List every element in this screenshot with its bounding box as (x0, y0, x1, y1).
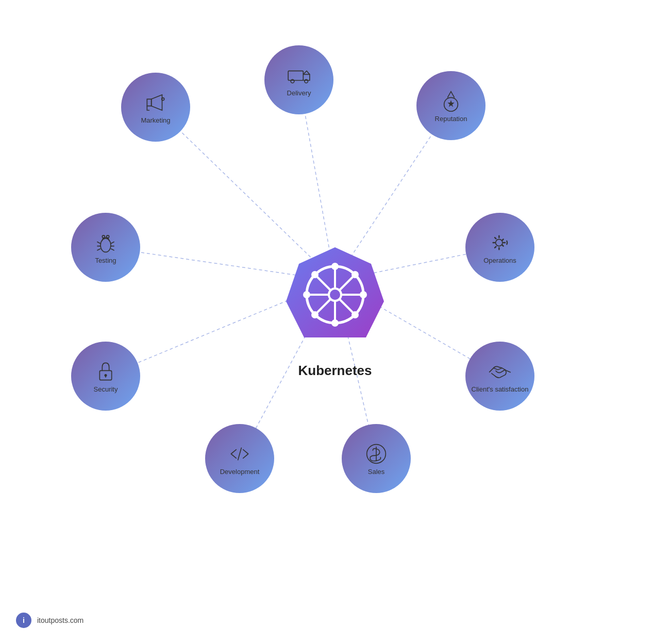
clients-satisfaction-icon (487, 359, 513, 384)
reputation-icon (438, 88, 464, 114)
satellite-security: Security (72, 343, 139, 410)
svg-point-12 (332, 320, 338, 326)
kubernetes-hub: Kubernetes (281, 242, 389, 350)
operations-icon (487, 230, 513, 256)
svg-rect-20 (288, 71, 303, 80)
satellite-development: Development (206, 425, 273, 492)
hub-label: Kubernetes (298, 363, 372, 379)
satellite-testing: Testing (72, 214, 139, 281)
footer: i itoutposts.com (15, 612, 83, 629)
svg-point-18 (312, 312, 317, 317)
satellite-reputation: Reputation (417, 72, 484, 139)
development-icon (227, 441, 253, 467)
security-icon (93, 359, 119, 384)
sales-icon (363, 441, 389, 467)
development-label: Development (216, 468, 264, 477)
reputation-label: Reputation (431, 115, 472, 124)
svg-point-19 (162, 97, 164, 100)
operations-label: Operations (479, 257, 521, 265)
testing-label: Testing (91, 257, 120, 265)
svg-point-11 (332, 264, 338, 269)
satellite-operations: Operations (466, 214, 533, 281)
security-label: Security (90, 385, 122, 394)
clients-satisfaction-label: Client's satisfaction (467, 385, 533, 394)
diagram-container: Kubernetes Marketing Delivery Reputa (52, 26, 618, 567)
satellite-marketing: Marketing (122, 74, 189, 141)
satellite-sales: Sales (343, 425, 410, 492)
delivery-icon (286, 62, 312, 88)
delivery-label: Delivery (283, 89, 315, 98)
satellite-clients-satisfaction: Client's satisfaction (466, 343, 533, 410)
svg-point-16 (353, 312, 358, 317)
marketing-icon (143, 90, 169, 115)
footer-logo: i (15, 612, 32, 629)
hub-polygon (281, 242, 389, 350)
svg-point-13 (304, 292, 309, 297)
svg-text:i: i (23, 616, 25, 624)
footer-website: itoutposts.com (37, 616, 83, 624)
svg-point-17 (353, 272, 358, 277)
svg-point-24 (496, 239, 502, 246)
marketing-label: Marketing (137, 116, 174, 125)
satellite-delivery: Delivery (265, 46, 332, 113)
svg-point-14 (361, 292, 366, 297)
testing-icon (93, 230, 119, 256)
svg-point-31 (107, 235, 109, 238)
svg-point-30 (102, 235, 105, 238)
svg-point-15 (312, 272, 317, 277)
sales-label: Sales (364, 468, 389, 477)
